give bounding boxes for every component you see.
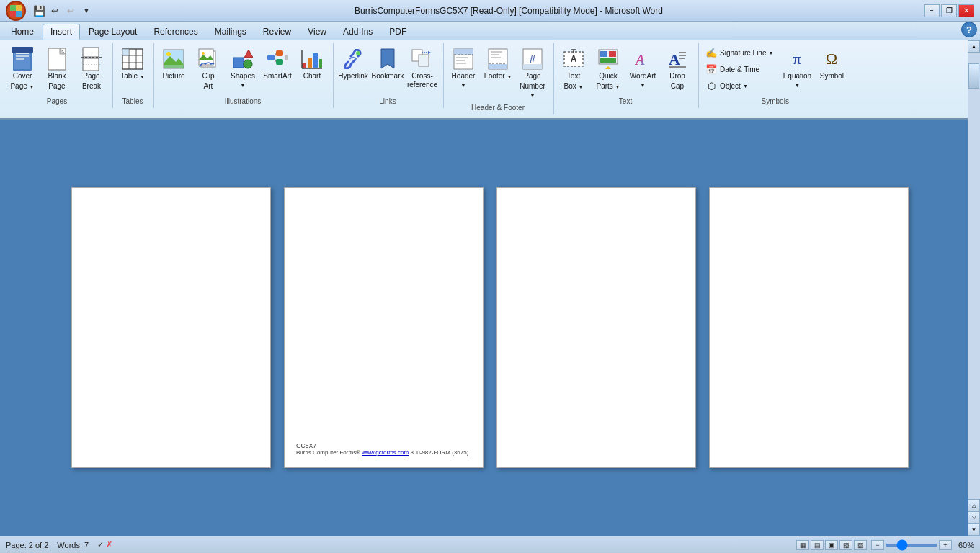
- svg-rect-66: [600, 51, 607, 57]
- footer-button[interactable]: Footer ▼: [481, 45, 514, 94]
- page-number-icon: #: [521, 48, 544, 71]
- page-1-content: [72, 188, 270, 467]
- cover-page-label: Cover: [13, 72, 32, 81]
- view-draft-button[interactable]: ▧: [854, 540, 867, 550]
- svg-rect-53: [489, 64, 507, 69]
- svg-rect-37: [313, 53, 318, 68]
- ribbon-tabs: Home Insert Page Layout References Maili…: [0, 22, 980, 40]
- document-area: ▲ △ ▽ ▼ GC5X7 Burris Computer Forms® www…: [0, 120, 980, 536]
- view-full-button[interactable]: ▤: [811, 540, 824, 550]
- scroll-track: [968, 120, 980, 499]
- restore-button[interactable]: ❐: [941, 4, 957, 17]
- text-box-icon: A: [562, 48, 585, 71]
- symbols-group-label: Symbols: [702, 96, 848, 107]
- bookmark-button[interactable]: Bookmark: [371, 45, 404, 94]
- undo-quick-btn[interactable]: ↩: [48, 4, 62, 18]
- zoom-slider[interactable]: [886, 544, 937, 547]
- svg-rect-3: [16, 55, 29, 57]
- svg-rect-17: [122, 49, 129, 55]
- page-break-button[interactable]: - - - - - - - Page Break: [75, 45, 108, 94]
- date-time-icon: 📅: [705, 63, 718, 76]
- header-icon: [452, 48, 475, 71]
- language-indicator[interactable]: ✓ ✗: [97, 540, 112, 549]
- svg-rect-68: [600, 58, 616, 63]
- ribbon-group-header-footer: Header ▼ Footer ▼: [444, 43, 554, 114]
- page-2: GC5X7 Burris Computer Forms® www.gcforms…: [284, 187, 484, 468]
- chart-button[interactable]: Chart: [295, 45, 329, 94]
- zoom-in-button[interactable]: +: [939, 540, 952, 550]
- smart-art-button[interactable]: SmartArt: [261, 45, 294, 94]
- window-title: BurrisComputerFormsGC5X7 [Read-Only] [Co…: [94, 6, 924, 16]
- svg-rect-73: [679, 55, 686, 56]
- equation-button[interactable]: π Equation ▼: [780, 45, 814, 94]
- shapes-label: Shapes ▼: [228, 72, 257, 89]
- svg-rect-75: [669, 66, 686, 68]
- view-web-button[interactable]: ▣: [825, 540, 838, 550]
- status-right: ▦ ▤ ▣ ▨ ▧ − + 60%: [796, 540, 974, 550]
- view-buttons: ▦ ▤ ▣ ▨ ▧: [796, 540, 867, 550]
- zoom-controls: − + 60%: [871, 540, 974, 550]
- word-art-button[interactable]: A WordArt ▼: [626, 45, 659, 94]
- save-quick-btn[interactable]: 💾: [32, 4, 46, 18]
- clip-art-button[interactable]: Clip Art: [192, 45, 225, 94]
- cover-page-icon: [11, 48, 34, 71]
- quick-parts-label: Quick: [599, 72, 618, 81]
- symbol-button[interactable]: Ω Symbol: [815, 45, 848, 94]
- shapes-button[interactable]: Shapes ▼: [226, 45, 259, 94]
- illustrations-group-label: Illustrations: [157, 96, 329, 107]
- view-print-button[interactable]: ▦: [796, 540, 809, 550]
- tab-mailings[interactable]: Mailings: [207, 24, 254, 40]
- text-box-label: Text: [567, 72, 580, 81]
- object-button[interactable]: ⬡ Object ▼: [702, 78, 776, 94]
- drop-cap-button[interactable]: A Drop Cap: [661, 45, 694, 94]
- close-button[interactable]: ✕: [958, 4, 974, 17]
- object-dropdown: ▼: [743, 84, 748, 89]
- scroll-down-button[interactable]: ▼: [968, 523, 980, 536]
- header-button[interactable]: Header ▼: [447, 45, 480, 94]
- svg-rect-43: [419, 55, 429, 66]
- help-button[interactable]: ?: [961, 22, 977, 37]
- scroll-line-down-button[interactable]: ▽: [968, 511, 980, 523]
- cross-reference-button[interactable]: Cross-reference: [406, 45, 439, 94]
- tab-insert[interactable]: Insert: [43, 24, 80, 40]
- page-break-label: Page: [83, 72, 99, 81]
- minimize-button[interactable]: −: [924, 4, 940, 17]
- cover-page-button[interactable]: Cover Page ▼: [6, 45, 39, 94]
- date-time-button[interactable]: 📅 Date & Time: [702, 61, 776, 77]
- symbols-group-content: ✍ Signature Line ▼ 📅 Date & Time ⬡ Objec…: [702, 45, 848, 96]
- svg-text:π: π: [793, 50, 801, 68]
- tab-pdf[interactable]: PDF: [381, 24, 414, 40]
- page-break-icon: - - - - - - -: [80, 48, 103, 71]
- tab-home[interactable]: Home: [3, 24, 42, 40]
- text-box-button[interactable]: A Text Box ▼: [557, 45, 590, 94]
- ribbon-group-illustrations: Picture Clip Art: [154, 43, 334, 108]
- status-bar: Page: 2 of 2 Words: 7 ✓ ✗ ▦ ▤ ▣ ▨ ▧ − + …: [0, 536, 980, 553]
- ribbon-group-text: A Text Box ▼: [554, 43, 699, 108]
- page-number-button[interactable]: # Page Number ▼: [516, 45, 549, 102]
- svg-text:A: A: [669, 50, 680, 68]
- tab-add-ins[interactable]: Add-Ins: [335, 24, 380, 40]
- hyperlink-button[interactable]: Hyperlink: [337, 45, 370, 94]
- svg-rect-31: [276, 59, 283, 65]
- svg-rect-2: [16, 53, 29, 54]
- zoom-out-button[interactable]: −: [871, 540, 884, 550]
- quick-parts-button[interactable]: Quick Parts ▼: [592, 45, 625, 94]
- tab-page-layout[interactable]: Page Layout: [81, 24, 145, 40]
- footer-label: Footer ▼: [484, 72, 512, 81]
- picture-button[interactable]: Picture: [157, 45, 190, 94]
- blank-page-button[interactable]: Blank Page: [40, 45, 74, 94]
- tab-review[interactable]: Review: [255, 24, 299, 40]
- office-button[interactable]: [6, 1, 26, 21]
- scroll-line-up-button[interactable]: △: [968, 499, 980, 511]
- hyperlink-label: Hyperlink: [338, 72, 368, 81]
- cover-page-label2: Page ▼: [10, 82, 34, 91]
- tab-references[interactable]: References: [146, 24, 205, 40]
- signature-line-button[interactable]: ✍ Signature Line ▼: [702, 45, 776, 60]
- svg-rect-55: [491, 51, 502, 53]
- tab-view[interactable]: View: [300, 24, 334, 40]
- quick-access-more-btn[interactable]: ▼: [79, 4, 94, 18]
- table-button[interactable]: Table ▼: [116, 45, 149, 94]
- redo-quick-btn[interactable]: ↩: [63, 4, 78, 18]
- drop-cap-icon: A: [666, 48, 689, 71]
- view-outline-button[interactable]: ▨: [839, 540, 852, 550]
